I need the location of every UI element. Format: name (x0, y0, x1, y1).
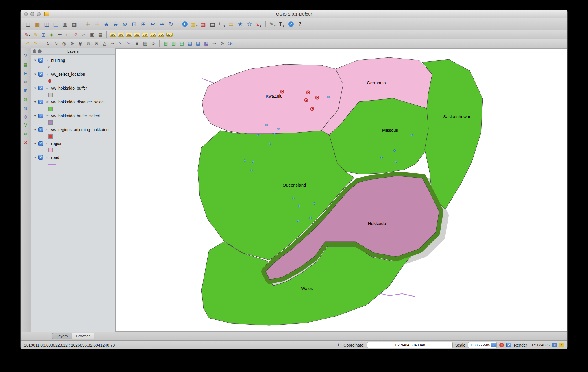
coordinate-input[interactable] (367, 342, 453, 348)
add-mssql-layer-icon[interactable]: ⊞ (22, 87, 30, 94)
scale-dropdown-icon[interactable]: ▾ (491, 343, 496, 347)
merge-features-icon[interactable]: ◆ (133, 40, 141, 47)
add-raster-layer-icon[interactable]: ▦ (22, 61, 30, 68)
disclosure-triangle-icon[interactable]: ▼ (34, 128, 37, 131)
save-project-as-icon[interactable]: ◫ (51, 20, 60, 29)
road-graph-icon[interactable]: → (210, 40, 218, 47)
text-annotation-icon[interactable]: T▾ (277, 20, 286, 29)
terrain-analysis-icon[interactable]: ▩ (202, 40, 210, 47)
show-bookmarks-icon[interactable]: ☆ (245, 20, 254, 29)
tab-browser[interactable]: Browser (72, 333, 94, 339)
rotate-point-symbols-icon[interactable]: ↺ (149, 40, 157, 47)
layer-item-road[interactable]: ▼✓∿road (32, 154, 114, 161)
mouse-position-icon[interactable]: ✛ (336, 343, 341, 348)
add-wcs-layer-icon[interactable]: ◍ (22, 104, 30, 112)
add-vector-layer-icon[interactable]: V (22, 52, 30, 60)
layer-visibility-checkbox[interactable]: ✓ (38, 114, 43, 118)
pan-map-icon[interactable]: ✛ (84, 20, 92, 29)
layer-item-region[interactable]: ▼✓▱region (32, 140, 114, 147)
undo-icon[interactable]: ↶ (24, 40, 31, 47)
zoom-last-icon[interactable]: ↩ (148, 20, 157, 29)
layer-visibility-checkbox[interactable]: ✓ (38, 86, 43, 90)
zoom-full-icon[interactable]: ⊛ (121, 20, 129, 29)
label-properties-icon[interactable]: abc (166, 31, 173, 38)
cut-features-icon[interactable]: ✂ (80, 31, 88, 38)
file-new-icon[interactable]: ▢ (24, 20, 32, 29)
heatmap-icon[interactable]: ▨ (186, 40, 194, 47)
file-open-icon[interactable]: ▣ (33, 20, 42, 29)
merge-attributes-icon[interactable]: ▦ (141, 40, 149, 47)
add-wms-layer-icon[interactable]: ◍ (22, 96, 30, 103)
layer-visibility-checkbox[interactable]: ✓ (38, 72, 43, 77)
label-pin-icon[interactable]: abc (133, 31, 141, 38)
measure-icon[interactable]: ∟▾ (217, 20, 226, 29)
layer-symbol-vw_hokkaido_distance_select[interactable] (32, 105, 114, 112)
layer-item-vw_hokkaido_buffer[interactable]: ▼✓▱vw_hokkaido_buffer (32, 85, 114, 91)
disclosure-triangle-icon[interactable]: ▼ (34, 156, 37, 159)
label-rotate-icon[interactable]: abc (125, 31, 133, 38)
label-preferences-icon[interactable]: abc (158, 31, 165, 38)
map-tips-icon[interactable]: ▭ (227, 20, 235, 29)
render-checkbox[interactable]: ✓ (506, 343, 511, 347)
scale-combo[interactable]: 1:33565585 ▾ (468, 342, 497, 348)
disclosure-triangle-icon[interactable]: ▼ (34, 114, 37, 117)
layer-item-building[interactable]: ▼✓∘building (32, 57, 114, 64)
panel-close-icon[interactable]: ✕ (33, 49, 36, 53)
layer-item-vw_hokkaido_buffer_select[interactable]: ▼✓▱vw_hokkaido_buffer_select (32, 112, 114, 119)
add-ring-icon[interactable]: ◎ (60, 40, 68, 47)
copy-features-icon[interactable]: ▣ (88, 31, 96, 38)
raster-stretch-icon[interactable]: ▦ (162, 40, 169, 47)
python-console-icon[interactable]: ≫ (227, 40, 234, 47)
layer-visibility-checkbox[interactable]: ✓ (38, 155, 43, 160)
add-postgis-layer-icon[interactable]: ⊟ (22, 70, 30, 77)
interpolation-icon[interactable]: ▧ (194, 40, 202, 47)
disclosure-triangle-icon[interactable]: ▼ (34, 142, 37, 145)
attribute-table-icon[interactable]: ▤ (208, 20, 217, 29)
fill-ring-icon[interactable]: ◉ (77, 40, 84, 47)
zoom-out-icon[interactable]: ⊖ (111, 20, 120, 29)
save-layer-edits-icon[interactable]: ◫ (40, 31, 47, 38)
help-icon[interactable]: ? (286, 20, 295, 29)
layer-symbol-vw_regions_adjoining_hokkaido[interactable] (32, 133, 114, 140)
tab-layers[interactable]: Layers (52, 333, 72, 339)
layer-item-vw_regions_adjoining_hokkaido[interactable]: ▼✓▱vw_regions_adjoining_hokkaido (32, 126, 114, 133)
zoom-in-icon[interactable]: ⊕ (102, 20, 111, 29)
layer-symbol-vw_select_location[interactable] (32, 77, 114, 85)
split-parts-icon[interactable]: ✂ (125, 40, 133, 47)
offset-curve-icon[interactable]: ≈ (109, 40, 117, 47)
paste-features-icon[interactable]: ▤ (97, 31, 104, 38)
layer-symbol-vw_hokkaido_buffer[interactable] (32, 91, 114, 98)
maximize-window-icon[interactable] (37, 12, 41, 16)
layer-item-vw_select_location[interactable]: ▼✓∘vw_select_location (32, 71, 114, 77)
composer-manager-icon[interactable]: ▦ (70, 20, 79, 29)
delete-ring-icon[interactable]: ⊖ (85, 40, 92, 47)
deselect-features-icon[interactable]: ▦ (199, 20, 208, 29)
add-feature-icon[interactable]: ◈ (48, 31, 56, 38)
rotate-feature-icon[interactable]: ↻ (44, 40, 52, 47)
reshape-features-icon[interactable]: △ (101, 40, 108, 47)
log-messages-icon[interactable]: ! (559, 343, 564, 347)
redo-icon[interactable]: ↷ (32, 40, 39, 47)
disclosure-triangle-icon[interactable]: ▼ (34, 101, 37, 103)
label-show-hide-icon[interactable]: abc (141, 31, 149, 38)
title-bar[interactable]: QGIS 2.0.1-Dufour (21, 10, 567, 18)
simplify-feature-icon[interactable]: ∿ (52, 40, 60, 47)
layer-symbol-region[interactable] (32, 147, 114, 154)
add-part-icon[interactable]: ⊕ (69, 40, 76, 47)
disclosure-triangle-icon[interactable]: ▼ (34, 87, 37, 90)
disclosure-triangle-icon[interactable]: ▼ (34, 73, 37, 76)
raster-histogram-icon[interactable]: ▥ (170, 40, 177, 47)
new-composer-icon[interactable]: ▥ (61, 20, 69, 29)
new-shapefile-layer-icon[interactable]: V (22, 122, 30, 129)
disclosure-triangle-icon[interactable]: ▼ (34, 59, 37, 62)
crs-status-icon[interactable]: ⊕ (552, 343, 557, 347)
layer-visibility-checkbox[interactable]: ✓ (38, 127, 43, 132)
pan-to-selection-icon[interactable]: ✛ (93, 20, 101, 29)
new-bookmark-icon[interactable]: ★ (236, 20, 245, 29)
select-features-icon[interactable]: ▦▾ (190, 20, 198, 29)
label-move-icon[interactable]: abc (117, 31, 125, 38)
stop-render-icon[interactable]: ✕ (499, 343, 504, 347)
node-tool-icon[interactable]: ◇ (64, 31, 72, 38)
local-histogram-stretch-icon[interactable]: ▤ (178, 40, 186, 47)
spatial-query-icon[interactable]: ⊙ (219, 40, 226, 47)
